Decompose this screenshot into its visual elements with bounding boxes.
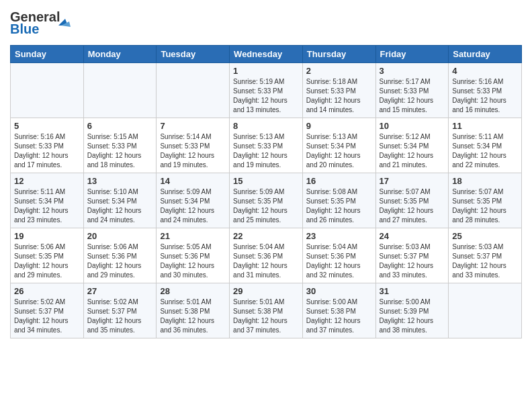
day-cell: 20Sunrise: 5:06 AM Sunset: 5:36 PM Dayli… — [83, 228, 157, 283]
day-cell: 31Sunrise: 5:00 AM Sunset: 5:39 PM Dayli… — [375, 283, 449, 338]
day-cell: 28Sunrise: 5:01 AM Sunset: 5:38 PM Dayli… — [157, 283, 230, 338]
day-cell: 22Sunrise: 5:04 AM Sunset: 5:36 PM Dayli… — [230, 228, 303, 283]
day-detail: Sunrise: 5:10 AM Sunset: 5:34 PM Dayligh… — [87, 187, 153, 225]
day-detail: Sunrise: 5:00 AM Sunset: 5:39 PM Dayligh… — [380, 298, 445, 335]
day-cell: 8Sunrise: 5:13 AM Sunset: 5:33 PM Daylig… — [230, 118, 303, 173]
day-cell: 24Sunrise: 5:03 AM Sunset: 5:37 PM Dayli… — [375, 228, 449, 283]
day-cell — [11, 63, 84, 118]
day-number: 19 — [14, 231, 80, 241]
day-cell: 16Sunrise: 5:08 AM Sunset: 5:35 PM Dayli… — [302, 173, 375, 228]
weekday-header-sunday: Sunday — [11, 46, 84, 63]
day-detail: Sunrise: 5:09 AM Sunset: 5:34 PM Dayligh… — [160, 187, 226, 225]
day-number: 8 — [233, 121, 299, 131]
day-cell: 13Sunrise: 5:10 AM Sunset: 5:34 PM Dayli… — [83, 173, 157, 228]
day-cell: 15Sunrise: 5:09 AM Sunset: 5:35 PM Dayli… — [230, 173, 303, 228]
week-row-3: 12Sunrise: 5:11 AM Sunset: 5:34 PM Dayli… — [11, 173, 522, 228]
week-row-2: 5Sunrise: 5:16 AM Sunset: 5:33 PM Daylig… — [11, 118, 522, 173]
day-cell: 12Sunrise: 5:11 AM Sunset: 5:34 PM Dayli… — [11, 173, 84, 228]
day-number: 4 — [452, 66, 518, 76]
day-number: 2 — [306, 66, 372, 76]
day-number: 7 — [160, 121, 226, 131]
day-cell: 1Sunrise: 5:19 AM Sunset: 5:33 PM Daylig… — [230, 63, 303, 118]
calendar-header: SundayMondayTuesdayWednesdayThursdayFrid… — [11, 46, 522, 63]
svg-text:Blue: Blue — [10, 21, 39, 36]
day-cell: 6Sunrise: 5:15 AM Sunset: 5:33 PM Daylig… — [83, 118, 157, 173]
day-cell: 19Sunrise: 5:06 AM Sunset: 5:35 PM Dayli… — [11, 228, 84, 283]
day-cell: 29Sunrise: 5:01 AM Sunset: 5:38 PM Dayli… — [230, 283, 303, 338]
day-detail: Sunrise: 5:03 AM Sunset: 5:37 PM Dayligh… — [452, 242, 518, 280]
day-detail: Sunrise: 5:16 AM Sunset: 5:33 PM Dayligh… — [452, 77, 518, 115]
day-cell: 27Sunrise: 5:02 AM Sunset: 5:37 PM Dayli… — [83, 283, 157, 338]
day-cell: 17Sunrise: 5:07 AM Sunset: 5:35 PM Dayli… — [375, 173, 449, 228]
day-number: 9 — [306, 121, 372, 131]
day-cell: 4Sunrise: 5:16 AM Sunset: 5:33 PM Daylig… — [449, 63, 522, 118]
day-detail: Sunrise: 5:13 AM Sunset: 5:33 PM Dayligh… — [233, 132, 299, 170]
day-detail: Sunrise: 5:01 AM Sunset: 5:38 PM Dayligh… — [233, 298, 299, 335]
day-detail: Sunrise: 5:11 AM Sunset: 5:34 PM Dayligh… — [452, 132, 518, 170]
day-detail: Sunrise: 5:09 AM Sunset: 5:35 PM Dayligh… — [233, 187, 299, 225]
day-cell: 3Sunrise: 5:17 AM Sunset: 5:33 PM Daylig… — [375, 63, 449, 118]
day-number: 6 — [87, 121, 153, 131]
header: General Blue — [10, 7, 522, 40]
day-number: 13 — [87, 176, 153, 186]
day-detail: Sunrise: 5:02 AM Sunset: 5:37 PM Dayligh… — [87, 298, 153, 335]
day-number: 5 — [14, 121, 80, 131]
day-number: 22 — [233, 231, 299, 241]
day-detail: Sunrise: 5:13 AM Sunset: 5:34 PM Dayligh… — [306, 132, 372, 170]
calendar-table: SundayMondayTuesdayWednesdayThursdayFrid… — [10, 45, 522, 338]
day-cell: 23Sunrise: 5:04 AM Sunset: 5:36 PM Dayli… — [302, 228, 375, 283]
logo: General Blue — [10, 7, 84, 40]
day-cell: 30Sunrise: 5:00 AM Sunset: 5:38 PM Dayli… — [302, 283, 375, 338]
day-cell — [449, 283, 522, 338]
day-cell: 25Sunrise: 5:03 AM Sunset: 5:37 PM Dayli… — [449, 228, 522, 283]
weekday-header-monday: Monday — [83, 46, 157, 63]
day-cell: 10Sunrise: 5:12 AM Sunset: 5:34 PM Dayli… — [375, 118, 449, 173]
week-row-4: 19Sunrise: 5:06 AM Sunset: 5:35 PM Dayli… — [11, 228, 522, 283]
day-number: 25 — [452, 231, 518, 241]
day-detail: Sunrise: 5:11 AM Sunset: 5:34 PM Dayligh… — [14, 187, 80, 225]
week-row-1: 1Sunrise: 5:19 AM Sunset: 5:33 PM Daylig… — [11, 63, 522, 118]
day-number: 16 — [306, 176, 372, 186]
day-detail: Sunrise: 5:00 AM Sunset: 5:38 PM Dayligh… — [306, 298, 372, 335]
day-cell — [83, 63, 157, 118]
day-cell: 7Sunrise: 5:14 AM Sunset: 5:33 PM Daylig… — [157, 118, 230, 173]
day-number: 20 — [87, 231, 153, 241]
day-number: 23 — [306, 231, 372, 241]
day-number: 14 — [160, 176, 226, 186]
day-cell: 5Sunrise: 5:16 AM Sunset: 5:33 PM Daylig… — [11, 118, 84, 173]
day-cell: 21Sunrise: 5:05 AM Sunset: 5:36 PM Dayli… — [157, 228, 230, 283]
day-detail: Sunrise: 5:06 AM Sunset: 5:36 PM Dayligh… — [87, 242, 153, 280]
day-cell: 2Sunrise: 5:18 AM Sunset: 5:33 PM Daylig… — [302, 63, 375, 118]
day-cell — [157, 63, 230, 118]
day-detail: Sunrise: 5:17 AM Sunset: 5:33 PM Dayligh… — [380, 77, 445, 115]
day-number: 18 — [452, 176, 518, 186]
weekday-header-saturday: Saturday — [449, 46, 522, 63]
day-number: 15 — [233, 176, 299, 186]
week-row-5: 26Sunrise: 5:02 AM Sunset: 5:37 PM Dayli… — [11, 283, 522, 338]
day-detail: Sunrise: 5:19 AM Sunset: 5:33 PM Dayligh… — [233, 77, 299, 115]
day-number: 12 — [14, 176, 80, 186]
day-number: 17 — [380, 176, 445, 186]
day-number: 27 — [87, 286, 153, 296]
day-number: 21 — [160, 231, 226, 241]
day-cell: 18Sunrise: 5:07 AM Sunset: 5:35 PM Dayli… — [449, 173, 522, 228]
day-detail: Sunrise: 5:04 AM Sunset: 5:36 PM Dayligh… — [306, 242, 372, 280]
calendar-body: 1Sunrise: 5:19 AM Sunset: 5:33 PM Daylig… — [11, 63, 522, 338]
weekday-header-thursday: Thursday — [302, 46, 375, 63]
day-cell: 9Sunrise: 5:13 AM Sunset: 5:34 PM Daylig… — [302, 118, 375, 173]
weekday-header-friday: Friday — [375, 46, 449, 63]
day-detail: Sunrise: 5:03 AM Sunset: 5:37 PM Dayligh… — [380, 242, 445, 280]
day-number: 26 — [14, 286, 80, 296]
day-number: 28 — [160, 286, 226, 296]
day-detail: Sunrise: 5:07 AM Sunset: 5:35 PM Dayligh… — [380, 187, 445, 225]
calendar-container: General Blue SundayMondayTuesdayWednesda… — [0, 0, 532, 345]
day-detail: Sunrise: 5:15 AM Sunset: 5:33 PM Dayligh… — [87, 132, 153, 170]
day-number: 3 — [380, 66, 445, 76]
day-number: 29 — [233, 286, 299, 296]
day-cell: 26Sunrise: 5:02 AM Sunset: 5:37 PM Dayli… — [11, 283, 84, 338]
day-detail: Sunrise: 5:08 AM Sunset: 5:35 PM Dayligh… — [306, 187, 372, 225]
day-detail: Sunrise: 5:04 AM Sunset: 5:36 PM Dayligh… — [233, 242, 299, 280]
day-number: 10 — [380, 121, 445, 131]
day-cell: 14Sunrise: 5:09 AM Sunset: 5:34 PM Dayli… — [157, 173, 230, 228]
weekday-header-wednesday: Wednesday — [230, 46, 303, 63]
